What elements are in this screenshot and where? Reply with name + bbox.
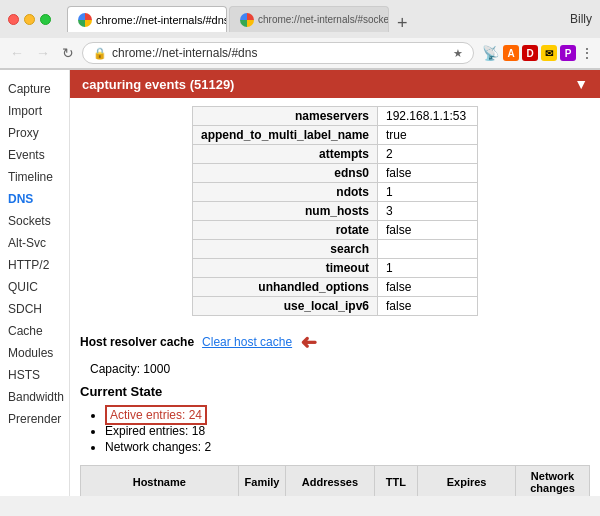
sidebar-item-http2[interactable]: HTTP/2 xyxy=(0,254,69,276)
tabs-bar: chrome://net-internals/#dns × chrome://n… xyxy=(59,6,558,32)
capacity-row: Capacity: 1000 xyxy=(70,360,600,378)
main-layout: Capture Import Proxy Events Timeline DNS… xyxy=(0,70,600,496)
dns-config-value: false xyxy=(378,278,478,297)
dns-config-value: 1 xyxy=(378,259,478,278)
ext-icon-1[interactable]: A xyxy=(503,45,519,61)
table-row: num_hosts3 xyxy=(192,202,477,221)
table-column-header: Network changes xyxy=(516,466,590,497)
forward-button[interactable]: → xyxy=(32,43,54,63)
sidebar-item-bandwidth[interactable]: Bandwidth xyxy=(0,386,69,408)
dns-config-section: nameservers192.168.1.1:53append_to_multi… xyxy=(70,98,600,324)
dns-data-table: HostnameFamilyAddressesTTLExpiresNetwork… xyxy=(80,465,590,496)
chrome-icon-2 xyxy=(240,13,254,27)
table-row: search xyxy=(192,240,477,259)
state-expired-entries: Expired entries: 18 xyxy=(105,423,580,439)
back-button[interactable]: ← xyxy=(6,43,28,63)
banner-arrow[interactable]: ▼ xyxy=(574,76,588,92)
browser-chrome: chrome://net-internals/#dns × chrome://n… xyxy=(0,0,600,70)
ext-icon-2[interactable]: D xyxy=(522,45,538,61)
chrome-icon xyxy=(78,13,92,27)
dns-config-value: true xyxy=(378,126,478,145)
table-row: unhandled_optionsfalse xyxy=(192,278,477,297)
table-row: rotatefalse xyxy=(192,221,477,240)
expired-entries-value: Expired entries: 18 xyxy=(105,424,205,438)
content-area: capturing events (51129) ▼ nameservers19… xyxy=(70,70,600,496)
sidebar-item-timeline[interactable]: Timeline xyxy=(0,166,69,188)
dns-config-key: rotate xyxy=(192,221,377,240)
capacity-text: Capacity: 1000 xyxy=(90,362,170,376)
nav-icons: 📡 A D ✉ P ⋮ xyxy=(482,45,594,61)
arrow-icon: ➜ xyxy=(300,330,317,354)
minimize-button[interactable] xyxy=(24,14,35,25)
state-list: Active entries: 24 Expired entries: 18 N… xyxy=(70,405,600,457)
sidebar-item-sdch[interactable]: SDCH xyxy=(0,298,69,320)
traffic-lights xyxy=(8,14,51,25)
dns-config-key: num_hosts xyxy=(192,202,377,221)
dns-config-value: 3 xyxy=(378,202,478,221)
dns-config-value: 1 xyxy=(378,183,478,202)
menu-icon[interactable]: ⋮ xyxy=(580,45,594,61)
table-row: ndots1 xyxy=(192,183,477,202)
table-header: HostnameFamilyAddressesTTLExpiresNetwork… xyxy=(81,466,590,497)
table-column-header: TTL xyxy=(374,466,418,497)
dns-config-key: timeout xyxy=(192,259,377,278)
ext-icon-3[interactable]: ✉ xyxy=(541,45,557,61)
table-row: edns0false xyxy=(192,164,477,183)
nav-bar: ← → ↻ 🔒 chrome://net-internals/#dns ★ 📡 … xyxy=(0,38,600,69)
sidebar-item-altsvc[interactable]: Alt-Svc xyxy=(0,232,69,254)
ext-icon-4[interactable]: P xyxy=(560,45,576,61)
host-resolver-label: Host resolver cache xyxy=(80,335,194,349)
sidebar-item-cache[interactable]: Cache xyxy=(0,320,69,342)
tab-sockets[interactable]: chrome://net-internals/#socke... × xyxy=(229,6,389,32)
dns-config-value: false xyxy=(378,297,478,316)
dns-config-key: use_local_ipv6 xyxy=(192,297,377,316)
tab-label: chrome://net-internals/#dns xyxy=(96,14,227,26)
sidebar-item-events[interactable]: Events xyxy=(0,144,69,166)
sidebar-item-prerender[interactable]: Prerender xyxy=(0,408,69,430)
tab-dns[interactable]: chrome://net-internals/#dns × xyxy=(67,6,227,32)
cast-icon[interactable]: 📡 xyxy=(482,45,499,61)
active-entries-value: Active entries: 24 xyxy=(105,405,207,425)
sidebar-item-sockets[interactable]: Sockets xyxy=(0,210,69,232)
dns-config-value: false xyxy=(378,221,478,240)
host-resolver-row: Host resolver cache Clear host cache ➜ xyxy=(70,324,600,360)
dns-config-key: search xyxy=(192,240,377,259)
dns-config-key: append_to_multi_label_name xyxy=(192,126,377,145)
table-row: timeout1 xyxy=(192,259,477,278)
sidebar-item-modules[interactable]: Modules xyxy=(0,342,69,364)
sidebar-item-quic[interactable]: QUIC xyxy=(0,276,69,298)
dns-config-key: attempts xyxy=(192,145,377,164)
dns-config-value: 2 xyxy=(378,145,478,164)
maximize-button[interactable] xyxy=(40,14,51,25)
extension-icons: A D ✉ P xyxy=(503,45,576,61)
table-row: append_to_multi_label_nametrue xyxy=(192,126,477,145)
table-column-header: Hostname xyxy=(81,466,239,497)
table-column-header: Family xyxy=(238,466,286,497)
reload-button[interactable]: ↻ xyxy=(58,43,78,63)
sidebar: Capture Import Proxy Events Timeline DNS… xyxy=(0,70,70,496)
address-bar[interactable]: 🔒 chrome://net-internals/#dns ★ xyxy=(82,42,474,64)
table-row: nameservers192.168.1.1:53 xyxy=(192,107,477,126)
table-column-header: Addresses xyxy=(286,466,374,497)
sidebar-item-hsts[interactable]: HSTS xyxy=(0,364,69,386)
sidebar-item-proxy[interactable]: Proxy xyxy=(0,122,69,144)
dns-config-value: false xyxy=(378,164,478,183)
sidebar-item-dns[interactable]: DNS xyxy=(0,188,69,210)
banner-text: capturing events (51129) xyxy=(82,77,234,92)
dns-config-key: nameservers xyxy=(192,107,377,126)
current-state-heading: Current State xyxy=(70,378,600,405)
new-tab-button[interactable]: + xyxy=(391,14,414,32)
close-button[interactable] xyxy=(8,14,19,25)
dns-config-table: nameservers192.168.1.1:53append_to_multi… xyxy=(192,106,478,316)
clear-host-cache-button[interactable]: Clear host cache xyxy=(202,335,292,349)
network-changes-value: Network changes: 2 xyxy=(105,440,211,454)
sidebar-item-import[interactable]: Import xyxy=(0,100,69,122)
table-row: use_local_ipv6false xyxy=(192,297,477,316)
title-bar: chrome://net-internals/#dns × chrome://n… xyxy=(0,0,600,38)
sidebar-item-capture[interactable]: Capture xyxy=(0,78,69,100)
address-text: chrome://net-internals/#dns xyxy=(112,46,448,60)
data-table-wrapper: HostnameFamilyAddressesTTLExpiresNetwork… xyxy=(70,457,600,496)
dns-config-key: ndots xyxy=(192,183,377,202)
dns-config-value: 192.168.1.1:53 xyxy=(378,107,478,126)
tab-label-2: chrome://net-internals/#socke... xyxy=(258,14,389,25)
